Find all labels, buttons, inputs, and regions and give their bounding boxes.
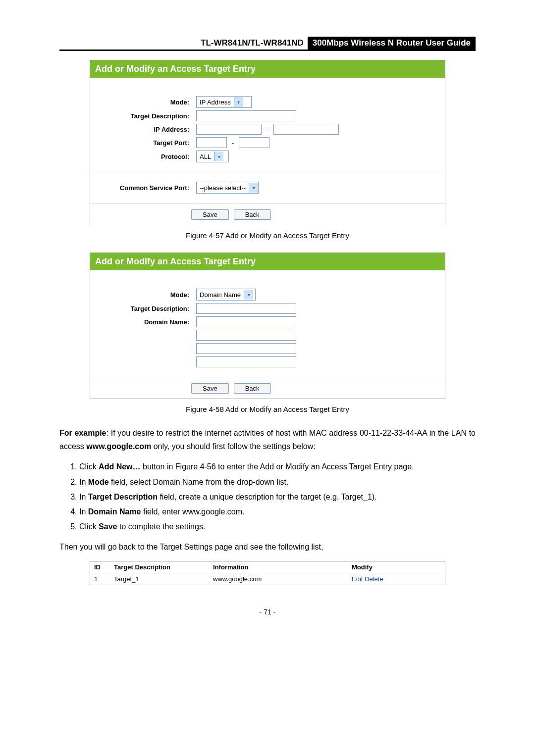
mode-select[interactable]: IP Address ▾ bbox=[196, 96, 252, 108]
step-4: In Domain Name field, enter www.google.c… bbox=[79, 505, 476, 518]
dash: - bbox=[265, 126, 270, 133]
ip-end-input[interactable] bbox=[273, 124, 339, 135]
cell-info: www.google.com bbox=[213, 575, 352, 583]
label-target-desc: Target Description: bbox=[95, 112, 196, 120]
followup-paragraph: Then you will go back to the Target Sett… bbox=[59, 540, 476, 554]
figure-caption-57: Figure 4-57 Add or Modify an Access Targ… bbox=[59, 231, 476, 240]
step-1: Click Add New… button in Figure 4-56 to … bbox=[79, 460, 476, 473]
dash: - bbox=[230, 139, 236, 147]
table-row: 1 Target_1 www.google.com Edit Delete bbox=[90, 573, 445, 585]
doc-subtitle: 300Mbps Wireless N Router User Guide bbox=[308, 37, 476, 50]
back-button[interactable]: Back bbox=[234, 383, 271, 394]
label-mode: Mode: bbox=[95, 291, 196, 299]
common-port-select[interactable]: --please select-- ▾ bbox=[196, 182, 259, 194]
label-port: Target Port: bbox=[95, 139, 196, 147]
label-domain: Domain Name: bbox=[95, 318, 196, 326]
port-end-input[interactable] bbox=[239, 137, 269, 148]
th-info: Information bbox=[213, 563, 352, 571]
delete-link[interactable]: Delete bbox=[365, 575, 383, 583]
panel-title: Add or Modify an Access Target Entry bbox=[90, 60, 445, 78]
th-desc: Target Description bbox=[114, 563, 213, 571]
label-target-desc: Target Description: bbox=[95, 305, 196, 312]
step-5: Click Save to complete the settings. bbox=[79, 520, 476, 533]
panel-title: Add or Modify an Access Target Entry bbox=[90, 253, 445, 270]
label-protocol: Protocol: bbox=[95, 153, 196, 160]
cell-desc: Target_1 bbox=[114, 575, 213, 583]
label-ip: IP Address: bbox=[95, 126, 196, 133]
mode-value: Domain Name bbox=[197, 291, 244, 299]
chevron-down-icon: ▾ bbox=[234, 97, 243, 107]
target-desc-input[interactable] bbox=[196, 110, 296, 121]
port-start-input[interactable] bbox=[196, 137, 227, 148]
protocol-select[interactable]: ALL ▾ bbox=[196, 151, 229, 162]
figure-caption-58: Figure 4-58 Add or Modify an Access Targ… bbox=[59, 405, 476, 413]
label-common-port: Common Service Port: bbox=[95, 184, 196, 192]
domain-input-4[interactable] bbox=[196, 356, 296, 367]
common-port-value: --please select-- bbox=[197, 184, 249, 192]
model-label: TL-WR841N/TL-WR841ND bbox=[197, 37, 308, 50]
mode-select[interactable]: Domain Name ▾ bbox=[196, 289, 256, 301]
label-mode: Mode: bbox=[95, 99, 196, 106]
doc-header: TL-WR841N/TL-WR841ND 300Mbps Wireless N … bbox=[59, 37, 476, 51]
edit-link[interactable]: Edit bbox=[352, 575, 363, 583]
th-id: ID bbox=[94, 563, 114, 571]
step-3: In Target Description field, create a un… bbox=[79, 490, 476, 504]
chevron-down-icon: ▾ bbox=[214, 151, 223, 161]
protocol-value: ALL bbox=[197, 153, 214, 160]
chevron-down-icon: ▾ bbox=[249, 183, 258, 193]
save-button[interactable]: Save bbox=[191, 383, 229, 394]
domain-input-3[interactable] bbox=[196, 343, 296, 354]
domain-input-1[interactable] bbox=[196, 316, 296, 327]
steps-list: Click Add New… button in Figure 4-56 to … bbox=[59, 460, 476, 533]
back-button[interactable]: Back bbox=[234, 209, 271, 220]
target-settings-table: ID Target Description Information Modify… bbox=[90, 561, 445, 585]
step-2: In Mode field, select Domain Name from t… bbox=[79, 475, 476, 489]
page-number: - 71 - bbox=[59, 608, 476, 616]
th-mod: Modify bbox=[352, 563, 441, 571]
chevron-down-icon: ▾ bbox=[244, 290, 253, 300]
mode-select-value: IP Address bbox=[197, 99, 234, 106]
cell-id: 1 bbox=[94, 575, 114, 583]
domain-input-2[interactable] bbox=[196, 330, 296, 341]
panel-domain: Add or Modify an Access Target Entry Mod… bbox=[90, 252, 445, 399]
example-paragraph: For example: If you desire to restrict t… bbox=[59, 426, 476, 453]
save-button[interactable]: Save bbox=[191, 209, 229, 220]
ip-start-input[interactable] bbox=[196, 124, 262, 135]
target-desc-input[interactable] bbox=[196, 303, 296, 314]
panel-ip: Add or Modify an Access Target Entry Mod… bbox=[90, 60, 445, 225]
